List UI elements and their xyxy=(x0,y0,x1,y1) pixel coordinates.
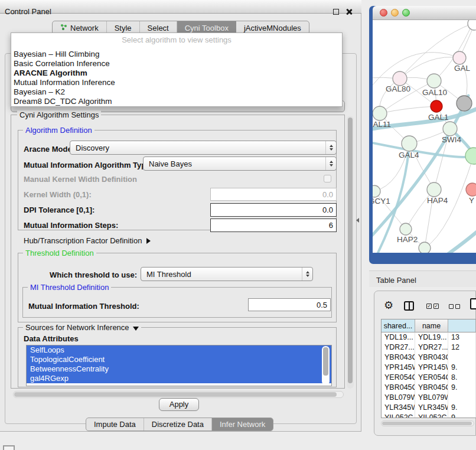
network-node[interactable] xyxy=(465,148,476,164)
mi-threshold-label: Mutual Information Threshold: xyxy=(28,302,139,311)
network-node-gcy1[interactable] xyxy=(373,185,380,197)
node-label: GAL11 xyxy=(373,120,391,129)
aracne-mode-value: Discovery xyxy=(70,144,325,152)
settings-hscrollbar-thumb[interactable] xyxy=(14,392,337,397)
table-cell: 9. xyxy=(448,403,476,413)
apply-button[interactable]: Apply xyxy=(159,398,199,411)
float-window-icon[interactable] xyxy=(333,9,339,15)
mi-type-combobox[interactable]: Naive Bayes xyxy=(143,156,337,171)
algorithm-option[interactable]: Basic Correlation Inference xyxy=(12,59,341,69)
table-cell: YBR043C xyxy=(415,353,448,363)
network-node-gal80[interactable] xyxy=(393,71,407,86)
kernel-width-label: Kernel Width (0,1): xyxy=(24,190,92,199)
algorithm-option[interactable]: Bayesian – K2 xyxy=(12,87,341,97)
node-label: GAL1 xyxy=(428,113,449,122)
node-label: GAL10 xyxy=(422,88,447,97)
network-edge-highlighted[interactable] xyxy=(448,228,476,253)
expand-right-icon xyxy=(146,238,151,244)
table-row[interactable]: YDL19...YDL19...13 xyxy=(382,332,476,343)
algorithm-option[interactable]: Bayesian – Hill Climbing xyxy=(12,50,341,59)
dpi-tolerance-input[interactable] xyxy=(210,203,337,217)
algorithm-popup-list: Bayesian – Hill ClimbingBasic Correlatio… xyxy=(12,50,341,106)
table-row[interactable]: YBL079WYBL079W xyxy=(382,393,476,403)
table-row[interactable]: YDR27...YDR27...12 xyxy=(382,343,476,353)
algorithm-option[interactable]: ARACNE Algorithm xyxy=(12,69,341,78)
table-hscrollbar-thumb[interactable] xyxy=(382,422,472,425)
mac-minimize-button[interactable] xyxy=(391,9,399,17)
manual-kernel-label: Manual Kernel Width Definition xyxy=(24,175,137,184)
table-row[interactable]: YBR045CYBR045C9. xyxy=(382,383,476,393)
network-node-hap2[interactable] xyxy=(400,223,412,235)
table-row[interactable]: YLR345WYLR345W9. xyxy=(382,403,476,413)
network-node[interactable] xyxy=(468,20,476,30)
table-row[interactable]: YPR145WYPR145W9. xyxy=(382,363,476,373)
network-node-gal1[interactable] xyxy=(431,100,442,112)
split-view-icon[interactable] xyxy=(404,301,414,311)
panel-divider-grip[interactable] xyxy=(356,218,359,223)
combobox-spinner-icon xyxy=(325,157,336,170)
mi-steps-input[interactable] xyxy=(210,219,337,232)
network-node-swi4[interactable] xyxy=(443,122,457,136)
kernel-width-input[interactable] xyxy=(210,188,337,201)
table-panel-title: Table Panel xyxy=(376,276,416,285)
table-cell: 9 xyxy=(448,413,476,418)
mi-threshold-input[interactable] xyxy=(248,298,331,311)
table-cell: YDL19... xyxy=(382,332,415,343)
which-threshold-value: MI Threshold xyxy=(141,270,302,279)
network-node-gal10[interactable] xyxy=(427,74,441,88)
tab-impute-data[interactable]: Impute Data xyxy=(86,418,144,431)
network-node-gal4[interactable] xyxy=(402,136,417,151)
network-node-hap4[interactable] xyxy=(427,182,441,197)
show-columns-icon[interactable]: ✓✓ xyxy=(426,304,439,309)
table-cell: YDR27... xyxy=(415,343,448,353)
hub-definition-label: Hub/Transcription Factor Definition xyxy=(24,236,142,245)
manual-kernel-checkbox[interactable] xyxy=(324,175,331,182)
mac-close-button[interactable] xyxy=(380,9,387,17)
tab-infer-network[interactable]: Infer Network xyxy=(212,418,273,431)
table-cell: YBL079W xyxy=(415,393,448,403)
attributes-list-scrollbar-thumb[interactable] xyxy=(323,347,328,376)
network-node-y[interactable] xyxy=(466,183,476,196)
combobox-spinner-icon xyxy=(302,268,312,281)
hub-definition-expander[interactable]: Hub/Transcription Factor Definition xyxy=(24,236,151,245)
threshold-definition-legend: Threshold Definition xyxy=(23,249,96,257)
node-label: HAP4 xyxy=(427,196,448,205)
data-attribute-item[interactable]: SelfLoops xyxy=(27,345,331,355)
table-cell: YDL19... xyxy=(415,332,448,343)
which-threshold-combobox[interactable]: MI Threshold xyxy=(141,267,313,281)
algorithm-option[interactable]: Mutual Information Inference xyxy=(12,78,341,87)
algorithm-popup-prompt: Select algorithm to view settings xyxy=(11,35,342,44)
collapsed-panel-icon[interactable] xyxy=(3,445,15,450)
close-icon[interactable] xyxy=(345,8,353,15)
sources-legend-wrap[interactable]: Sources for Network Inference xyxy=(23,323,141,332)
aracne-mode-label: Aracne Mode: xyxy=(24,145,74,154)
data-attribute-item[interactable]: TopologicalCoefficient xyxy=(27,355,331,364)
network-node-gal11[interactable] xyxy=(373,106,387,120)
node-label: GAL xyxy=(454,64,471,73)
algorithm-option[interactable]: Dream8 DC_TDC Algorithm xyxy=(12,97,341,106)
settings-vscrollbar-thumb[interactable] xyxy=(348,118,353,383)
tab-discretize-data[interactable]: Discretize Data xyxy=(144,418,212,431)
hide-columns-icon[interactable] xyxy=(449,304,460,309)
table-cell: YIL052C xyxy=(415,413,448,418)
column-header[interactable]: name xyxy=(415,319,448,332)
network-canvas[interactable]: GALGAL80GAL10GAL1GAL11SWI4GAL4GCY1HAP4YH… xyxy=(373,20,476,253)
network-node[interactable] xyxy=(419,242,431,253)
network-window-titlebar[interactable] xyxy=(373,6,476,20)
table-cell: YBL079W xyxy=(382,393,415,403)
aracne-mode-combobox[interactable]: Discovery xyxy=(70,141,337,155)
network-node[interactable] xyxy=(457,96,472,111)
column-header[interactable] xyxy=(448,319,476,332)
file-icon[interactable] xyxy=(470,298,476,309)
table-row[interactable]: YBR043CYBR043C xyxy=(382,353,476,363)
table-row[interactable]: YER054CYER054C8. xyxy=(382,373,476,383)
mac-zoom-button[interactable] xyxy=(402,9,410,17)
column-header[interactable]: shared... xyxy=(382,319,415,332)
network-node-gal[interactable] xyxy=(453,51,466,64)
gear-icon[interactable]: ⚙ xyxy=(384,299,393,312)
data-attribute-item[interactable]: gal4RGexp xyxy=(27,374,331,383)
table-cell: YPR145W xyxy=(382,363,415,373)
data-attribute-item[interactable]: BetweennessCentrality xyxy=(27,364,331,374)
table-row[interactable]: YIL052CYIL052C9 xyxy=(382,413,476,418)
table-cell: 9. xyxy=(448,383,476,393)
